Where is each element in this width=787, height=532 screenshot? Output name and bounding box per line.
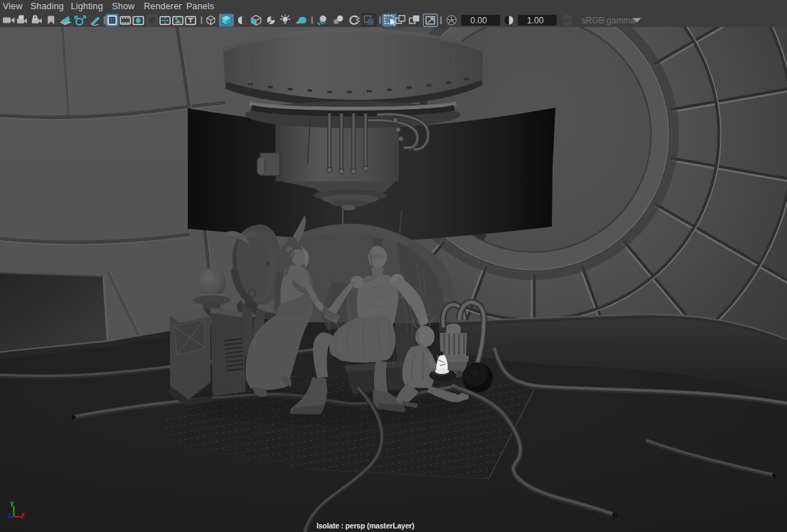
svg-text:Isolate : persp (masterLayer): Isolate : persp (masterLayer) — [317, 521, 414, 530]
svg-text:x: x — [21, 510, 26, 518]
svg-text:1.00: 1.00 — [527, 16, 544, 26]
svg-text:y: y — [11, 499, 15, 506]
svg-text:z: z — [8, 511, 11, 519]
svg-text:0.00: 0.00 — [470, 16, 487, 26]
svg-text:OFF: OFF — [563, 18, 574, 24]
svg-text:sRGB gamma: sRGB gamma — [582, 16, 635, 26]
